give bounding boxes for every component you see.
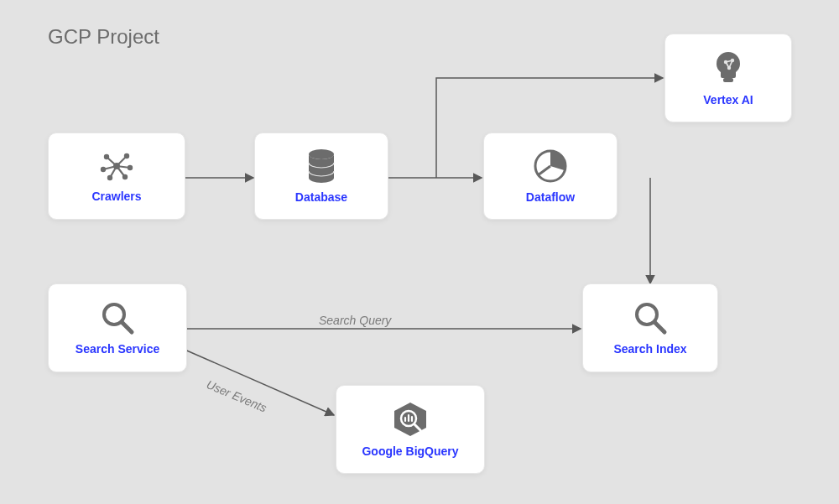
svg-line-11 [107,157,117,166]
svg-line-30 [654,322,664,332]
node-search-service: Search Service [48,283,187,372]
node-vertex-ai: Vertex AI [664,34,792,122]
node-crawlers: Crawlers [48,132,185,220]
crawlers-icon [98,149,135,183]
search-icon [633,300,668,335]
svg-line-12 [117,156,127,166]
dataflow-icon [533,148,568,184]
node-database: Database [254,132,388,220]
node-bigquery: Google BigQuery [336,385,485,474]
vertex-ai-icon [711,49,746,86]
svg-point-17 [309,149,334,159]
node-label: Google BigQuery [362,444,458,458]
node-label: Vertex AI [703,93,753,107]
node-label: Search Index [613,342,686,356]
svg-line-19 [538,166,550,175]
node-dataflow: Dataflow [483,132,618,220]
svg-line-28 [122,322,132,332]
node-search-index: Search Index [582,283,718,372]
node-label: Dataflow [526,190,575,204]
node-label: Search Service [76,342,159,356]
edge-label-user-events: User Events [205,377,268,415]
node-label: Crawlers [91,190,141,203]
node-label: Database [295,190,347,204]
svg-marker-31 [394,403,426,436]
svg-rect-20 [723,78,733,82]
edge-label-search-query: Search Query [319,314,391,327]
search-icon [100,300,135,335]
bigquery-icon [391,401,430,438]
diagram-title: GCP Project [48,25,159,49]
database-icon [306,148,336,184]
